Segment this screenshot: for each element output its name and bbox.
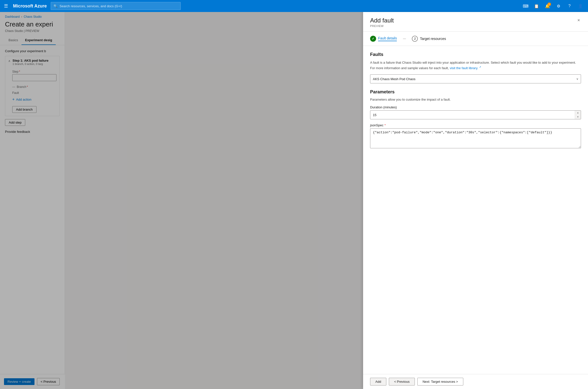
settings-icon[interactable]: ⚙ [554, 1, 563, 10]
footer-previous-button[interactable]: < Previous [389, 378, 415, 386]
jsonspec-label: jsonSpec * [370, 123, 581, 127]
panel-steps-nav: ✓ Fault details — 2 Target resources [363, 32, 588, 46]
step-nav-2[interactable]: 2 Target resources [412, 36, 446, 42]
fault-dropdown[interactable]: AKS Chaos Mesh Pod Chaos AKS Chaos Mesh … [370, 74, 581, 83]
panel-title: Add fault [370, 17, 394, 24]
step-nav-label-2: Target resources [420, 37, 446, 41]
external-link-icon: ↗ [479, 66, 481, 68]
parameters-section: Parameters Parameters allow you to custo… [370, 89, 581, 149]
step-nav-circle-1: ✓ [370, 36, 376, 42]
duration-field: Duration (minutes) ▲ ▼ [370, 105, 581, 119]
hamburger-icon[interactable]: ☰ [3, 2, 9, 10]
step-nav-label-1: Fault details [378, 36, 397, 41]
side-panel: Add fault PREVIEW × ✓ Fault details — 2 … [363, 12, 588, 389]
jsonspec-required-star: * [384, 123, 386, 127]
footer-add-button[interactable]: Add [370, 378, 386, 386]
search-placeholder: Search resources, services, and docs (G+… [59, 4, 122, 8]
spinner-down-button[interactable]: ▼ [575, 115, 581, 119]
footer-next-button[interactable]: Next: Target resources > [417, 378, 463, 386]
duration-label: Duration (minutes) [370, 105, 581, 109]
notification-badge: 2 [548, 2, 551, 6]
parameters-title: Parameters [370, 89, 581, 95]
step-nav-separator: — [403, 37, 406, 40]
main-layout: Dashboard › Chaos Studio Create an exper… [0, 12, 588, 389]
fault-dropdown-wrapper: AKS Chaos Mesh Pod Chaos AKS Chaos Mesh … [370, 74, 581, 83]
panel-close-button[interactable]: × [576, 17, 581, 23]
panel-content: Faults A fault is a failure that Chaos S… [363, 46, 588, 374]
step-nav-circle-2: 2 [412, 36, 418, 42]
spinner-up-button[interactable]: ▲ [575, 111, 581, 115]
spinner-buttons: ▲ ▼ [575, 111, 581, 119]
search-icon: 🔍 [53, 4, 57, 8]
portal-menu-icon[interactable]: 📋 [532, 1, 541, 10]
panel-footer: Add < Previous Next: Target resources > [363, 374, 588, 389]
panel-subtitle: PREVIEW [370, 24, 394, 27]
notifications-icon[interactable]: 🔔 2 [543, 1, 552, 10]
jsonspec-textarea[interactable]: {"action":"pod-failure","mode":"one","du… [370, 128, 581, 148]
help-icon[interactable]: ? [565, 1, 574, 10]
duration-input[interactable] [370, 110, 581, 119]
jsonspec-field: jsonSpec * {"action":"pod-failure","mode… [370, 123, 581, 149]
faults-section-desc: A fault is a failure that Chaos Studio w… [370, 60, 581, 70]
duration-input-wrapper: ▲ ▼ [370, 110, 581, 119]
search-bar[interactable]: 🔍 Search resources, services, and docs (… [51, 2, 181, 10]
faults-section-title: Faults [370, 52, 581, 57]
topbar-icons: ⌨ 📋 🔔 2 ⚙ ? 👤 [521, 1, 585, 10]
brand-logo: Microsoft Azure [13, 3, 47, 9]
account-icon[interactable]: 👤 [576, 1, 585, 10]
parameters-desc: Parameters allow you to customize the im… [370, 98, 581, 101]
panel-title-area: Add fault PREVIEW [370, 17, 394, 27]
panel-header: Add fault PREVIEW × [363, 12, 588, 32]
cloud-shell-icon[interactable]: ⌨ [521, 1, 530, 10]
step-nav-1[interactable]: ✓ Fault details [370, 36, 397, 42]
panel-overlay: Add fault PREVIEW × ✓ Fault details — 2 … [0, 12, 588, 389]
topbar: ☰ Microsoft Azure 🔍 Search resources, se… [0, 0, 588, 12]
fault-library-link[interactable]: visit the fault library. ↗ [450, 66, 481, 70]
